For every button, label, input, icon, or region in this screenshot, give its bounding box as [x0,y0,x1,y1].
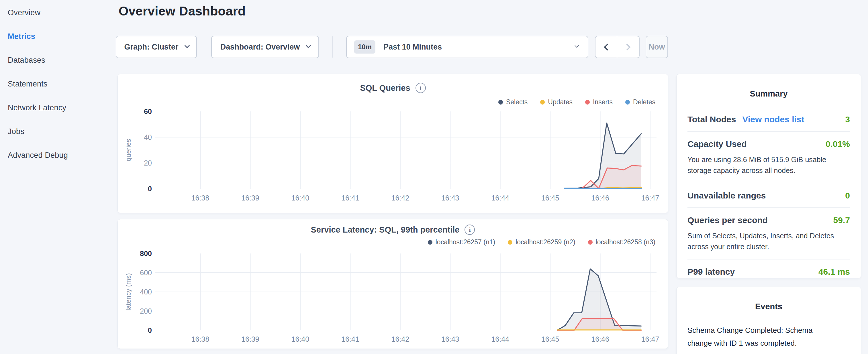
summary-row-label: Unavailable ranges [687,191,766,200]
svg-text:16:44: 16:44 [491,194,509,202]
svg-text:16:45: 16:45 [541,335,559,343]
sidebar-item-overview[interactable]: Overview [8,7,115,18]
svg-text:16:43: 16:43 [441,335,459,343]
svg-text:60: 60 [144,107,152,116]
now-button[interactable]: Now [646,36,668,58]
sidebar: OverviewMetricsDatabasesStatementsNetwor… [0,0,115,354]
graph-dropdown[interactable]: Graph: Cluster [116,36,197,58]
summary-row-label: Total Nodes [687,115,736,124]
svg-text:16:47: 16:47 [641,194,659,202]
time-step-group [595,36,640,58]
sidebar-item-advanced-debug[interactable]: Advanced Debug [8,150,115,161]
svg-text:40: 40 [144,133,152,141]
sidebar-item-metrics[interactable]: Metrics [8,31,115,42]
svg-text:20: 20 [144,159,152,167]
svg-text:16:47: 16:47 [641,335,659,343]
summary-row-label: Capacity Used [687,139,747,149]
sidebar-item-jobs[interactable]: Jobs [8,126,115,137]
svg-text:queries: queries [124,139,132,162]
chevron-down-icon [184,43,189,48]
sql-queries-chart-card: SQL QueriesiSelectsUpdatesInsertsDeletes… [118,74,668,213]
summary-row-label: Queries per second [687,215,768,225]
svg-text:0: 0 [148,326,152,334]
page: OverviewMetricsDatabasesStatementsNetwor… [0,0,868,354]
svg-text:16:44: 16:44 [491,335,509,343]
chevron-down-icon [306,43,311,48]
summary-row-value: 59.7 [833,215,850,225]
summary-row-value: 0.01% [826,139,850,149]
summary-row-queries-per-second: Queries per second59.7Sum of Selects, Up… [687,208,850,259]
summary-row-subtext: You are using 28.6 MiB of 515.9 GiB usab… [687,154,848,176]
dashboard-dropdown-label: Dashboard: Overview [220,43,300,52]
sidebar-item-statements[interactable]: Statements [8,78,115,90]
svg-text:16:38: 16:38 [191,194,210,202]
svg-text:16:43: 16:43 [441,194,459,202]
summary-row-value: 0 [845,191,850,200]
summary-rows: Total NodesView nodes list3Capacity Used… [687,107,850,284]
service-latency-chart-card: Service Latency: SQL, 99th percentileilo… [118,219,668,349]
svg-text:16:39: 16:39 [241,194,259,202]
chevron-down-icon [575,43,579,48]
svg-text:16:41: 16:41 [341,335,359,343]
svg-text:16:46: 16:46 [591,335,609,343]
summary-title: Summary [687,89,850,99]
chart-plot-area[interactable]: 16:3816:3916:4016:4116:4216:4316:4416:45… [118,219,669,349]
summary-row-value: 46.1 ms [818,267,850,277]
graph-dropdown-label: Graph: Cluster [124,43,178,52]
events-title: Events [687,302,850,311]
events-panel: Events Schema Change Completed: Schema c… [676,287,861,354]
chevron-left-icon [604,43,611,51]
dashboard-dropdown[interactable]: Dashboard: Overview [211,36,319,58]
svg-text:400: 400 [140,288,152,296]
svg-text:16:46: 16:46 [591,194,609,202]
svg-text:latency (ms): latency (ms) [124,273,132,311]
summary-panel: Summary Total NodesView nodes list3Capac… [676,74,861,279]
page-title: Overview Dashboard [119,4,246,18]
svg-text:16:39: 16:39 [241,335,259,343]
summary-row-total-nodes: Total NodesView nodes list3 [687,107,850,132]
svg-text:600: 600 [140,269,152,277]
svg-text:16:38: 16:38 [191,335,210,343]
time-range-selector[interactable]: 10m Past 10 Minutes [346,36,588,58]
summary-row-value: 3 [845,115,850,124]
svg-text:16:40: 16:40 [291,335,309,343]
view-nodes-list-link[interactable]: View nodes list [742,115,804,124]
summary-row-subtext: Sum of Selects, Updates, Inserts, and De… [687,230,848,252]
sidebar-item-network-latency[interactable]: Network Latency [8,102,115,114]
event-item[interactable]: Schema Change Completed: Schema change w… [687,324,822,350]
sidebar-item-databases[interactable]: Databases [8,55,115,66]
summary-row-capacity-used: Capacity Used0.01%You are using 28.6 MiB… [687,132,850,183]
time-forward-button[interactable] [617,36,640,58]
time-back-button[interactable] [595,36,617,58]
summary-row-p99-latency: P99 latency46.1 ms [687,259,850,284]
svg-text:16:41: 16:41 [341,194,359,202]
svg-text:0: 0 [148,185,152,193]
chevron-right-icon [624,43,630,51]
toolbar-divider [333,36,333,58]
svg-text:16:42: 16:42 [391,194,409,202]
svg-text:16:40: 16:40 [291,194,309,202]
summary-row-unavailable-ranges: Unavailable ranges0 [687,183,850,208]
svg-text:16:42: 16:42 [391,335,409,343]
svg-text:16:45: 16:45 [541,194,559,202]
chart-plot-area[interactable]: 16:3816:3916:4016:4116:4216:4316:4416:45… [118,74,669,213]
summary-row-label: P99 latency [687,267,735,277]
svg-text:200: 200 [140,307,152,315]
time-range-badge: 10m [354,40,375,54]
svg-text:800: 800 [140,250,152,257]
time-range-label: Past 10 Minutes [383,43,442,52]
